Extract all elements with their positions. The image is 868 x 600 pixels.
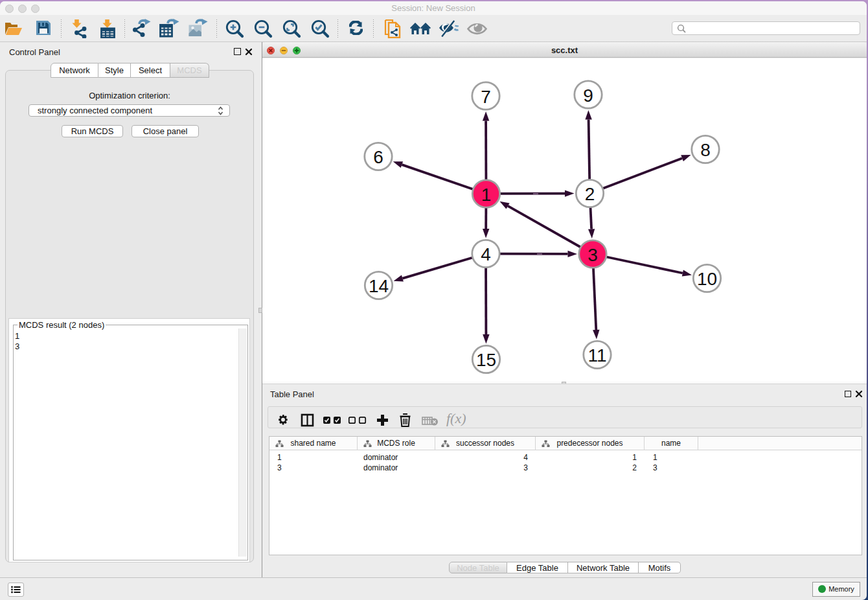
svg-text:15: 15 [476,350,496,370]
svg-text:7: 7 [481,87,491,107]
svg-text:6: 6 [373,147,383,167]
svg-text:2: 2 [585,184,595,204]
svg-text:3: 3 [588,245,598,265]
svg-text:4: 4 [481,244,491,264]
svg-text:9: 9 [583,86,593,106]
svg-text:10: 10 [697,269,717,289]
svg-text:8: 8 [700,140,711,160]
svg-text:14: 14 [369,276,389,296]
svg-text:11: 11 [588,345,606,365]
svg-text:1: 1 [481,185,492,205]
